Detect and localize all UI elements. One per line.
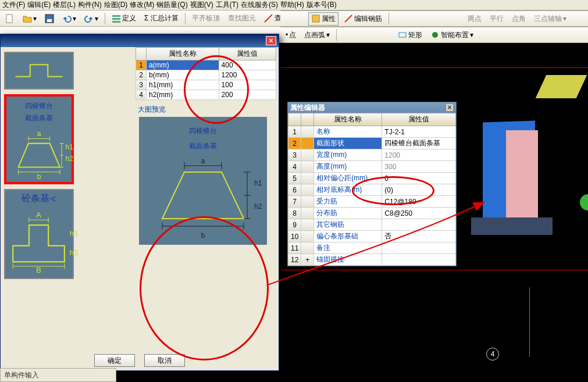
menu-draw[interactable]: 绘图(D) xyxy=(104,0,128,10)
ok-button[interactable]: 确定 xyxy=(94,354,135,367)
menu-bar: 文件(F) 编辑(E) 楼层(L) 构件(N) 绘图(D) 修改(M) 钢筋量(… xyxy=(0,0,588,10)
table-row: 11备注 xyxy=(288,242,456,254)
close-icon[interactable]: × xyxy=(266,36,276,45)
menu-file[interactable]: 文件(F) xyxy=(2,0,25,10)
param-row: 2b(mm)1200 xyxy=(136,70,276,80)
shape-card-c[interactable]: 砼条基-c A h1 h2 B xyxy=(4,189,74,279)
edit-rebar-button[interactable]: 编辑钢筋 xyxy=(341,12,385,26)
sum-button[interactable]: Σ 汇总计算 xyxy=(141,12,181,25)
svg-text:h1: h1 xyxy=(65,143,73,151)
section-shape-dialog: × 坡脚 四棱锥台截面条基 a h1 h2 xyxy=(0,34,279,371)
svg-text:h2: h2 xyxy=(254,202,262,210)
preview-label: 大图预览 xyxy=(138,105,276,115)
svg-text:h1: h1 xyxy=(254,179,262,187)
property-editor[interactable]: 属性编辑器 × 属性名称属性值 1名称TJ-2-1 2截面形状四棱锥台截面条基 … xyxy=(287,102,457,266)
svg-rect-2 xyxy=(47,19,52,22)
table-row: 1名称TJ-2-1 xyxy=(288,126,456,138)
svg-text:a: a xyxy=(37,130,41,138)
menu-tools[interactable]: 工具(T) xyxy=(216,0,238,10)
orbit-handle-icon[interactable] xyxy=(580,194,588,210)
aux-3pt[interactable]: 三点辅轴 ▾ xyxy=(531,12,569,26)
menu-member[interactable]: 构件(N) xyxy=(78,0,102,10)
shape-card-right-top[interactable] xyxy=(4,52,74,90)
table-row: 12+锚固搭接 xyxy=(288,254,456,266)
svg-text:a: a xyxy=(201,157,205,165)
param-row: 3h1(mm)100 xyxy=(136,80,276,90)
table-row: 10偏心条形基础否 xyxy=(288,231,456,242)
aux-2pt[interactable]: 两点 xyxy=(465,12,484,26)
svg-rect-5 xyxy=(112,21,120,23)
svg-text:b: b xyxy=(37,173,41,181)
menu-help[interactable]: 帮助(H) xyxy=(280,0,304,10)
table-row: 5相对偏心距(mm)0 xyxy=(288,173,456,184)
table-row: 4高度(mm)300 xyxy=(288,161,456,173)
menu-ver[interactable]: 版本号(B) xyxy=(307,0,337,10)
menu-edit[interactable]: 编辑(E) xyxy=(27,0,51,10)
svg-text:h2: h2 xyxy=(65,155,73,163)
toolbar-cluster: 属性 编辑钢筋 两点 平行 点角 三点辅轴 ▾ • 点 点画弧 ▾ 矩形 智能布… xyxy=(280,10,588,43)
open-icon[interactable]: ▾ xyxy=(20,12,40,25)
toolbar-4: • 点 点画弧 ▾ 矩形 智能布置 ▾ xyxy=(280,27,588,43)
property-editor-title[interactable]: 属性编辑器 × xyxy=(288,102,456,113)
redo-icon[interactable]: ▾ xyxy=(81,12,101,25)
svg-rect-3 xyxy=(112,15,120,17)
dialog-titlebar[interactable]: × xyxy=(1,34,279,47)
model-foot xyxy=(471,217,553,235)
svg-rect-4 xyxy=(112,18,120,20)
svg-text:截面条基: 截面条基 xyxy=(189,142,217,150)
preview-box: 四棱锥台 截面条基 a h1 h2 b xyxy=(139,117,267,245)
svg-point-10 xyxy=(432,32,438,38)
bottom-tab-strip[interactable]: 单构件输入 xyxy=(0,368,116,382)
grid-node-4: 4 xyxy=(486,348,499,360)
smart-layout[interactable]: 智能布置 ▾ xyxy=(427,28,476,42)
model-corner xyxy=(536,75,587,98)
svg-text:A: A xyxy=(37,210,42,219)
menu-floor[interactable]: 楼层(L) xyxy=(53,0,76,10)
save-icon[interactable] xyxy=(42,12,57,25)
svg-rect-0 xyxy=(6,15,12,23)
shape-gallery[interactable]: 坡脚 四棱锥台截面条基 a h1 h2 b -b xyxy=(1,47,134,347)
table-row: 7受力筋C12@180 xyxy=(288,196,456,208)
property-table[interactable]: 属性名称属性值 1名称TJ-2-1 2截面形状四棱锥台截面条基 3宽度(mm)1… xyxy=(288,113,456,266)
draw-point[interactable]: • 点 xyxy=(283,28,299,42)
draw-rect[interactable]: 矩形 xyxy=(395,28,425,42)
expand-icon[interactable]: + xyxy=(301,254,314,266)
align-top-button[interactable]: 平齐板顶 xyxy=(189,12,223,25)
menu-modify[interactable]: 修改(M) xyxy=(130,0,154,10)
close-icon[interactable]: × xyxy=(446,103,454,112)
define-button[interactable]: 定义 xyxy=(109,12,139,25)
table-row: 8分布筋C8@250 xyxy=(288,208,456,219)
param-table[interactable]: 属性名称属性值 1a(mm)400 2b(mm)1200 3h1(mm)100 … xyxy=(136,47,276,100)
toolbar-3: 属性 编辑钢筋 两点 平行 点角 三点辅轴 ▾ xyxy=(280,10,588,27)
table-row: 6相对底标高(m)(0) xyxy=(288,184,456,196)
menu-rebar[interactable]: 钢筋量(Q) xyxy=(156,0,187,10)
table-row: 2截面形状四棱锥台截面条基 xyxy=(288,138,456,149)
draw-arc[interactable]: 点画弧 ▾ xyxy=(301,28,333,42)
dialog-buttons: 确定 取消 xyxy=(1,354,279,367)
undo-icon[interactable]: ▾ xyxy=(59,12,79,25)
svg-text:b: b xyxy=(201,231,205,240)
table-row: 9其它钢筋 xyxy=(288,219,456,231)
cancel-button[interactable]: 取消 xyxy=(144,354,185,367)
svg-rect-9 xyxy=(399,33,406,37)
param-row: 4h2(mm)200 xyxy=(136,90,276,100)
aux-ptang[interactable]: 点角 xyxy=(509,12,529,26)
svg-text:四棱锥台: 四棱锥台 xyxy=(189,127,217,135)
props-button[interactable]: 属性 xyxy=(308,12,338,26)
svg-rect-8 xyxy=(312,15,319,22)
svg-text:B: B xyxy=(37,266,42,274)
aux-parallel[interactable]: 平行 xyxy=(487,12,507,26)
table-row: 3宽度(mm)1200 xyxy=(288,149,456,161)
property-editor-title-text: 属性编辑器 xyxy=(290,103,325,113)
new-icon[interactable] xyxy=(2,12,17,25)
find-elem-button[interactable]: 查找图元 xyxy=(225,12,259,25)
param-row: 1a(mm)400 xyxy=(136,60,276,70)
param-panel: 属性名称属性值 1a(mm)400 2b(mm)1200 3h1(mm)100 … xyxy=(136,47,276,347)
menu-view[interactable]: 视图(V) xyxy=(190,0,213,10)
menu-online[interactable]: 在线服务(S) xyxy=(241,0,278,10)
model-block-pink xyxy=(506,130,538,220)
shape-card-selected[interactable]: 四棱锥台截面条基 a h1 h2 b xyxy=(4,94,74,184)
svg-text:h1: h1 xyxy=(70,229,77,238)
svg-text:h2: h2 xyxy=(70,248,77,257)
